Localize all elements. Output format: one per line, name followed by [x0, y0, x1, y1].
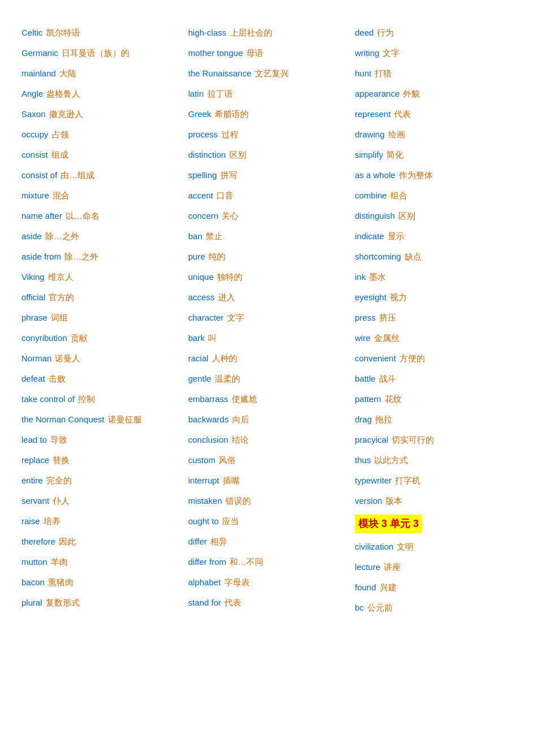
chinese-translation: 代表: [394, 107, 411, 121]
chinese-translation: 禁止: [206, 230, 223, 243]
english-word: racial: [188, 352, 209, 365]
chinese-translation: 贡献: [71, 331, 88, 345]
chinese-translation: 行为: [377, 26, 394, 40]
vocab-item: simplify简化: [350, 145, 517, 165]
english-word: ban: [188, 230, 202, 243]
english-word: indicate: [355, 230, 384, 243]
chinese-translation: 混合: [53, 189, 70, 202]
vocab-item: distinguish区别: [350, 206, 517, 226]
vocab-item: combine组合: [350, 185, 517, 206]
english-word: drag: [355, 413, 372, 426]
chinese-translation: 插嘴: [223, 474, 240, 487]
vocab-item: accent口音: [184, 185, 350, 206]
english-word: appearance: [355, 87, 400, 101]
chinese-translation: 外貌: [403, 87, 420, 101]
chinese-translation: 视力: [390, 291, 407, 304]
vocab-item: alphabet字母表: [184, 572, 350, 593]
vocab-item: phrase词组: [17, 308, 184, 328]
vocab-item: Greek希腊语的: [184, 104, 350, 124]
vocab-item: entire完全的: [17, 470, 184, 491]
vocab-item: consist of由…组成: [17, 165, 184, 185]
chinese-translation: 除…之外: [64, 250, 98, 263]
chinese-translation: 拼写: [220, 169, 237, 182]
english-word: interrupt: [188, 474, 219, 487]
chinese-translation: 维京人: [48, 270, 73, 284]
vocab-item: typewriter打字机: [350, 470, 517, 491]
chinese-translation: 人种的: [212, 352, 237, 365]
chinese-translation: 挤压: [379, 311, 396, 325]
chinese-translation: 文字: [383, 46, 400, 60]
english-word: writing: [355, 46, 379, 60]
english-word: distinction: [188, 148, 226, 162]
chinese-translation: 占领: [52, 128, 69, 141]
english-word: ought to: [188, 515, 219, 528]
chinese-translation: 因此: [59, 535, 76, 548]
english-word: shortcoming: [355, 250, 401, 263]
chinese-translation: 以…命名: [66, 209, 99, 223]
english-word: distinguish: [355, 209, 395, 223]
vocab-item: pattern花纹: [350, 389, 517, 409]
vocab-item: racial人种的: [184, 348, 350, 369]
english-word: mutton: [21, 555, 47, 569]
vocab-item: Viking维京人: [17, 267, 184, 287]
english-word: pure: [188, 250, 205, 263]
vocab-item: Saxon撒克逊人: [17, 104, 184, 124]
vocab-item: bark叫: [184, 328, 350, 348]
english-word: Celtic: [21, 26, 43, 40]
english-word: pracyical: [355, 433, 388, 447]
vocab-item: aside from除…之外: [17, 247, 184, 267]
chinese-translation: 区别: [229, 148, 246, 162]
chinese-translation: 文明: [397, 540, 414, 554]
vocab-item: gentle温柔的: [184, 369, 350, 389]
vocab-item: deed行为: [350, 23, 517, 43]
english-word: backwards: [188, 413, 229, 426]
english-word: combine: [355, 189, 387, 202]
chinese-translation: 日耳曼语（族）的: [62, 46, 129, 60]
english-word: eyesight: [355, 291, 387, 304]
english-word: Saxon: [21, 107, 46, 121]
english-word: access: [188, 291, 215, 304]
chinese-translation: 兴建: [380, 581, 397, 594]
english-word: character: [188, 311, 224, 325]
chinese-translation: 以此方式: [374, 453, 408, 467]
chinese-translation: 墨水: [369, 270, 386, 284]
english-word: high-class: [188, 26, 227, 40]
chinese-translation: 代表: [224, 596, 241, 610]
vocab-item: ought to应当: [184, 511, 350, 532]
english-word: the Norman Conquest: [21, 413, 105, 426]
column-1: Celtic凯尔特语Germanic日耳曼语（族）的mainland大陆Angl…: [17, 23, 184, 618]
vocab-item: lecture讲座: [350, 557, 517, 577]
chinese-translation: 击败: [49, 372, 66, 386]
vocab-item: Celtic凯尔特语: [17, 23, 184, 43]
vocab-item: spelling拼写: [184, 165, 350, 185]
english-word: battle: [355, 372, 376, 386]
vocab-item: embarrass使尴尬: [184, 389, 350, 409]
chinese-translation: 文字: [227, 311, 244, 325]
column-2: high-class上层社会的mother tongue母语the Runais…: [184, 23, 350, 618]
chinese-translation: 简化: [387, 148, 403, 162]
vocab-item: character文字: [184, 308, 350, 328]
vocab-item: distinction区别: [184, 145, 350, 165]
english-word: gentle: [188, 372, 211, 386]
english-word: pattern: [355, 392, 381, 406]
english-word: alphabet: [188, 576, 221, 589]
chinese-translation: 金属丝: [374, 331, 400, 345]
english-word: aside: [21, 230, 42, 243]
chinese-translation: 使尴尬: [232, 392, 257, 406]
english-word: version: [355, 494, 382, 508]
chinese-translation: 战斗: [379, 372, 396, 386]
vocab-item: bc公元前: [350, 598, 517, 618]
chinese-translation: 上层社会的: [230, 26, 272, 40]
chinese-translation: 公元前: [367, 601, 393, 615]
english-word: mother tongue: [188, 46, 243, 60]
vocab-item: concern关心: [184, 206, 350, 226]
english-word: ink: [355, 270, 366, 284]
english-word: mixture: [21, 189, 49, 202]
vocab-item: mutton羊肉: [17, 552, 184, 572]
english-word: consist: [21, 148, 48, 162]
chinese-translation: 盎格鲁人: [46, 87, 80, 101]
vocab-item: press挤压: [350, 308, 517, 328]
chinese-translation: 作为整体: [399, 169, 433, 182]
chinese-translation: 由…组成: [60, 169, 94, 182]
chinese-translation: 方便的: [400, 352, 425, 365]
